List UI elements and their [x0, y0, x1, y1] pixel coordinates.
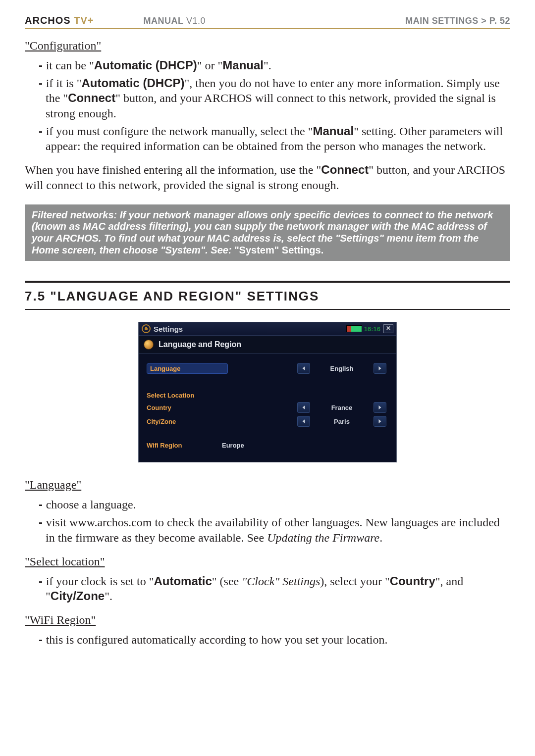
arrow-right-icon[interactable]	[374, 416, 386, 427]
list-item: if your clock is set to "Automatic" (see…	[32, 574, 510, 604]
settings-panel: Language English Select Location Country…	[139, 354, 396, 462]
configuration-bullet-list: it can be "Automatic (DHCP)" or "Manual"…	[25, 58, 510, 153]
clock-text: 16:16	[364, 325, 380, 333]
subheading-wifi-region: "WiFi Region"	[25, 612, 510, 627]
arrow-right-icon[interactable]	[374, 363, 386, 374]
list-item: it can be "Automatic (DHCP)" or "Manual"…	[32, 58, 510, 73]
label-country: Country	[147, 404, 221, 411]
value-wifi-region: Europe	[221, 442, 281, 449]
subheading-language: "Language"	[25, 477, 510, 492]
close-icon[interactable]: ✕	[383, 324, 393, 333]
manual-label: MANUAL V1.0	[143, 16, 206, 26]
callout-see-reference: "System" Settings	[234, 245, 321, 255]
arrow-left-icon[interactable]	[297, 402, 310, 413]
section-configuration: "Configuration" it can be "Automatic (DH…	[25, 38, 510, 193]
row-language: Language English	[147, 363, 388, 374]
wifi-region-bullet-list: this is configured automatically accordi…	[25, 632, 510, 647]
window-title: Settings	[154, 325, 183, 333]
row-country: Country France	[147, 402, 388, 413]
label-wifi-region: Wifi Region	[147, 442, 221, 449]
section-select-location: "Select location" if your clock is set t…	[25, 554, 510, 604]
callout-filtered-networks: Filtered networks: If your network manag…	[25, 204, 510, 261]
subheading-select-location: "Select location"	[25, 554, 510, 569]
gear-icon	[142, 324, 151, 333]
globe-icon	[144, 340, 154, 350]
language-bullet-list: choose a language. visit www.archos.com …	[25, 497, 510, 545]
list-item: visit www.archos.com to check the availa…	[32, 515, 510, 545]
paragraph-connect: When you have finished entering all the …	[25, 162, 510, 192]
value-country: France	[312, 404, 372, 411]
manual-word: MANUAL	[143, 16, 183, 26]
reference-updating-firmware: Updating the Firmware	[267, 531, 379, 544]
page-header: ARCHOS TV+ MANUAL V1.0 MAIN SETTINGS > P…	[25, 15, 510, 29]
list-item: choose a language.	[32, 497, 510, 512]
label-language[interactable]: Language	[147, 363, 228, 374]
manual-version: V1.0	[183, 16, 206, 26]
brand-logo: ARCHOS TV+	[25, 15, 94, 26]
list-item: this is configured automatically accordi…	[32, 632, 510, 647]
window-titlebar: Settings 16:16 ✕	[139, 322, 396, 336]
panel-subtitle: Language and Region	[159, 340, 241, 349]
row-select-location-heading: Select Location	[147, 389, 388, 399]
select-location-bullet-list: if your clock is set to "Automatic" (see…	[25, 574, 510, 604]
subheading-configuration: "Configuration"	[25, 38, 510, 53]
battery-icon	[346, 325, 362, 332]
brand-suffix: TV+	[71, 15, 94, 26]
label-select-location: Select Location	[147, 392, 221, 399]
status-area: 16:16 ✕	[346, 324, 393, 333]
arrow-left-icon[interactable]	[297, 363, 310, 374]
row-wifi-region: Wifi Region Europe	[147, 442, 388, 449]
arrow-left-icon[interactable]	[297, 416, 310, 427]
arrow-right-icon[interactable]	[374, 402, 386, 413]
label-cityzone: City/Zone	[147, 418, 221, 425]
row-cityzone: City/Zone Paris	[147, 416, 388, 427]
value-language: English	[312, 365, 372, 372]
list-item: if you must configure the network manual…	[32, 124, 510, 153]
section-heading-7-5: 7.5 "LANGUAGE AND REGION" SETTINGS	[25, 281, 510, 310]
section-language: "Language" choose a language. visit www.…	[25, 477, 510, 545]
section-wifi-region: "WiFi Region" this is configured automat…	[25, 612, 510, 647]
brand-name: ARCHOS	[25, 15, 71, 26]
callout-trail: .	[321, 245, 324, 255]
list-item: if it is "Automatic (DHCP)", then you do…	[32, 76, 510, 121]
breadcrumb: MAIN SETTINGS > P. 52	[405, 16, 510, 26]
settings-screenshot: Settings 16:16 ✕ Language and Region Lan…	[138, 322, 397, 462]
value-cityzone: Paris	[312, 418, 372, 425]
panel-subheader: Language and Region	[139, 336, 396, 354]
